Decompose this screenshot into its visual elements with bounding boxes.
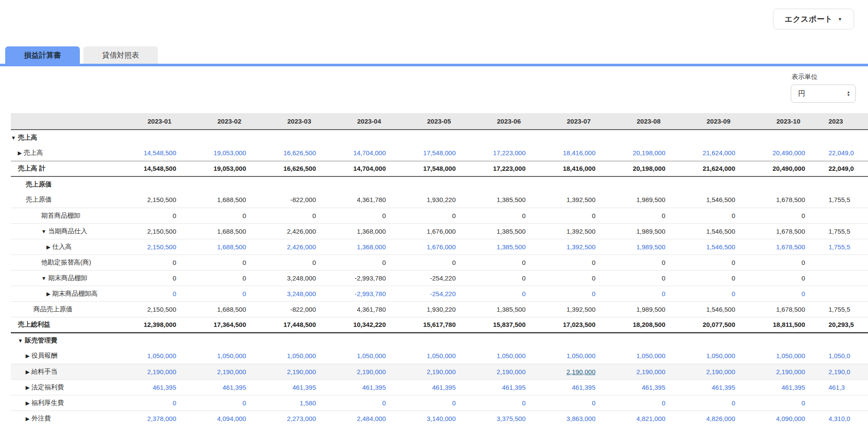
cell-value[interactable]: 0 [684, 286, 753, 301]
cell-value[interactable]: 16,626,500 [264, 145, 334, 161]
row-label[interactable]: ▶外注費 [11, 411, 125, 424]
cell-value[interactable]: 14,704,000 [334, 145, 404, 161]
cell-value[interactable]: 0 [404, 395, 474, 411]
cell-value[interactable]: 0 [544, 395, 614, 411]
cell-value[interactable]: 2,190,0 [823, 364, 868, 379]
cell-value[interactable]: 2,484,000 [334, 411, 404, 424]
cell-value[interactable]: 4,094,000 [194, 411, 264, 424]
cell-value[interactable]: 0 [334, 395, 404, 411]
cell-value[interactable]: 461,395 [194, 379, 264, 395]
display-unit-select[interactable]: 円 ▲▼ [791, 85, 856, 103]
cell-value[interactable]: 461,395 [544, 379, 614, 395]
tab-income-statement[interactable]: 損益計算書 [5, 46, 80, 64]
row-label[interactable]: ▶仕入高 [11, 239, 125, 254]
cell-value[interactable]: 0 [194, 286, 264, 301]
collapse-icon[interactable]: ▼ [41, 228, 46, 235]
cell-value[interactable]: 0 [614, 395, 684, 411]
expand-icon[interactable]: ▶ [26, 416, 30, 422]
cell-value[interactable]: 14,548,500 [125, 145, 194, 161]
cell-value[interactable]: 461,395 [334, 379, 404, 395]
cell-value[interactable]: 4,821,000 [614, 411, 684, 424]
cell-value[interactable]: 2,426,000 [264, 239, 334, 254]
cell-value[interactable]: 3,863,000 [544, 411, 614, 424]
cell-value[interactable]: 1,050,000 [125, 348, 194, 364]
row-label[interactable]: ▶期末商品棚卸高 [11, 286, 125, 301]
cell-value[interactable]: 0 [194, 395, 264, 411]
cell-value[interactable]: 0 [474, 395, 544, 411]
row-label[interactable]: ▶役員報酬 [11, 348, 125, 364]
row-label[interactable]: ▼当期商品仕入 [11, 223, 125, 239]
cell-value[interactable]: 1,678,500 [753, 239, 823, 254]
cell-value[interactable]: 0 [753, 395, 823, 411]
cell-value[interactable]: 1,385,500 [474, 239, 544, 254]
cell-value[interactable]: 1,050,000 [194, 348, 264, 364]
cell-value[interactable]: 20,490,000 [753, 145, 823, 161]
cell-value[interactable]: 1,050,000 [684, 348, 753, 364]
expand-icon[interactable]: ▶ [46, 291, 50, 297]
cell-value[interactable]: 2,190,000 [334, 364, 404, 379]
cell-value[interactable]: 1,050,000 [334, 348, 404, 364]
cell-value[interactable]: 1,392,500 [544, 239, 614, 254]
cell-value[interactable]: 461,395 [753, 379, 823, 395]
cell-value[interactable]: 461,395 [404, 379, 474, 395]
expand-icon[interactable]: ▶ [26, 369, 30, 375]
cell-value[interactable]: 0 [614, 286, 684, 301]
cell-value[interactable]: 0 [125, 395, 194, 411]
cell-value[interactable]: 2,190,000 [474, 364, 544, 379]
cell-value[interactable]: 17,548,000 [404, 145, 474, 161]
expand-icon[interactable]: ▶ [46, 244, 50, 250]
cell-value[interactable]: 2,190,000 [194, 364, 264, 379]
cell-value[interactable]: 2,378,000 [125, 411, 194, 424]
cell-value[interactable]: 4,090,000 [753, 411, 823, 424]
cell-value[interactable]: 4,310,0 [823, 411, 868, 424]
cell-value[interactable]: 2,190,000 [404, 364, 474, 379]
row-label[interactable]: ▼売上高 [11, 130, 125, 145]
row-label[interactable]: ▶福利厚生費 [11, 395, 125, 411]
row-label[interactable]: ▼販売管理費 [11, 333, 125, 348]
expand-icon[interactable]: ▶ [18, 150, 22, 156]
cell-value[interactable]: 461,395 [125, 379, 194, 395]
cell-value[interactable]: 3,140,000 [404, 411, 474, 424]
tab-balance-sheet[interactable]: 貸借対照表 [83, 46, 158, 64]
cell-value[interactable]: 461,3 [823, 379, 868, 395]
cell-value[interactable]: 0 [753, 286, 823, 301]
cell-value[interactable]: 0 [125, 286, 194, 301]
cell-value[interactable]: 2,190,000 [753, 364, 823, 379]
cell-value[interactable]: 1,050,000 [544, 348, 614, 364]
row-label[interactable]: ▶給料手当 [11, 364, 125, 379]
cell-value[interactable]: 1,050,000 [614, 348, 684, 364]
cell-value[interactable]: 1,050,000 [404, 348, 474, 364]
cell-value[interactable]: 4,826,000 [684, 411, 753, 424]
cell-value[interactable]: 2,190,000 [264, 364, 334, 379]
collapse-icon[interactable]: ▼ [18, 338, 23, 344]
cell-value[interactable]: 2,273,000 [264, 411, 334, 424]
cell-value[interactable]: 1,050,000 [264, 348, 334, 364]
cell-value[interactable]: 17,223,000 [474, 145, 544, 161]
cell-value[interactable]: 1,050,000 [474, 348, 544, 364]
cell-value[interactable]: 461,395 [684, 379, 753, 395]
cell-value[interactable]: 2,190,000 [684, 364, 753, 379]
cell-value[interactable]: -254,220 [404, 286, 474, 301]
cell-value[interactable]: 0 [474, 286, 544, 301]
cell-value[interactable]: 2,190,000 [544, 364, 614, 379]
collapse-icon[interactable]: ▼ [11, 135, 16, 141]
row-label[interactable]: ▼期末商品棚卸 [11, 270, 125, 286]
cell-value[interactable]: 3,375,500 [474, 411, 544, 424]
row-label[interactable]: ▶売上高 [11, 145, 125, 161]
export-button[interactable]: エクスポート ▼ [773, 9, 854, 29]
cell-value[interactable]: 19,053,000 [194, 145, 264, 161]
cell-value[interactable]: 20,198,000 [614, 145, 684, 161]
cell-value[interactable]: 1,546,500 [684, 239, 753, 254]
cell-value[interactable]: 2,150,500 [125, 239, 194, 254]
cell-value[interactable]: 461,395 [614, 379, 684, 395]
cell-value[interactable]: 1,688,500 [194, 239, 264, 254]
cell-value[interactable]: 1,368,000 [334, 239, 404, 254]
cell-value[interactable]: 1,989,500 [614, 239, 684, 254]
cell-value[interactable]: 0 [544, 286, 614, 301]
cell-value[interactable]: 0 [684, 395, 753, 411]
cell-value[interactable]: 461,395 [474, 379, 544, 395]
cell-value[interactable]: 2,190,000 [125, 364, 194, 379]
cell-value[interactable]: -2,993,780 [334, 286, 404, 301]
cell-value[interactable]: 18,416,000 [544, 145, 614, 161]
cell-value[interactable]: 1,580 [264, 395, 334, 411]
